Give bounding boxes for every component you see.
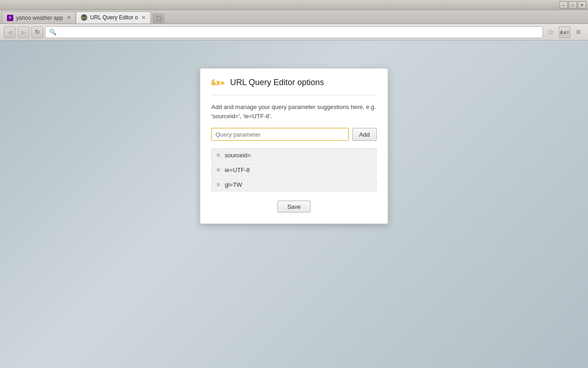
address-input[interactable] bbox=[58, 29, 539, 35]
yahoo-favicon: Y bbox=[7, 15, 13, 21]
param-item[interactable]: ≡ gl=TW bbox=[211, 178, 377, 191]
dialog-divider bbox=[211, 95, 377, 95]
address-search-icon: 🔍 bbox=[49, 29, 57, 35]
drag-icon: ≡ bbox=[216, 181, 220, 188]
bookmark-button[interactable]: ☆ bbox=[545, 26, 557, 38]
param-item[interactable]: ≡ sourceid= bbox=[211, 148, 377, 162]
close-button[interactable]: ✕ bbox=[578, 1, 586, 9]
add-button[interactable]: Add bbox=[352, 128, 377, 141]
query-input[interactable] bbox=[211, 128, 349, 141]
tab-yahoo-close[interactable]: ✕ bbox=[67, 15, 71, 21]
window-controls: ─ □ ✕ bbox=[560, 1, 586, 9]
options-dialog: &x= URL Query Editor options Add and man… bbox=[200, 68, 388, 224]
input-row: Add bbox=[211, 128, 377, 141]
title-bar: ─ □ ✕ bbox=[0, 0, 588, 10]
dialog-description: Add and manage your query parameter sugg… bbox=[211, 103, 377, 121]
reload-icon: ↻ bbox=[35, 29, 40, 35]
new-tab-button[interactable]: □ bbox=[153, 13, 164, 23]
tab-query-close[interactable]: ✕ bbox=[141, 15, 146, 21]
param-label: ie=UTF-8 bbox=[225, 167, 250, 173]
param-label: sourceid= bbox=[225, 152, 251, 159]
browser-window: ─ □ ✕ Y yahoo weather app ✕ &x= URL Quer… bbox=[0, 0, 588, 368]
param-label: gl=TW bbox=[225, 181, 242, 188]
dialog-logo: &x= bbox=[211, 78, 225, 87]
back-button[interactable]: ◀ bbox=[4, 26, 16, 38]
query-favicon: &x= bbox=[81, 14, 87, 21]
dialog-title: URL Query Editor options bbox=[230, 78, 324, 87]
back-icon: ◀ bbox=[7, 29, 12, 36]
star-icon: ☆ bbox=[548, 28, 554, 36]
tab-query-label: URL Query Editor o bbox=[90, 14, 138, 21]
restore-button[interactable]: □ bbox=[569, 1, 577, 9]
extension-button[interactable]: &x= bbox=[559, 26, 571, 38]
save-button[interactable]: Save bbox=[277, 201, 311, 213]
toolbar-right: ☆ &x= ≡ bbox=[545, 26, 584, 38]
forward-icon: ▶ bbox=[21, 29, 26, 36]
forward-button[interactable]: ▶ bbox=[17, 26, 29, 38]
dialog-header: &x= URL Query Editor options bbox=[211, 78, 377, 87]
minimize-button[interactable]: ─ bbox=[560, 1, 568, 9]
page-content: &x= URL Query Editor options Add and man… bbox=[0, 40, 588, 368]
param-list: ≡ sourceid= ≡ ie=UTF-8 ≡ gl=TW bbox=[211, 148, 377, 191]
reload-button[interactable]: ↻ bbox=[31, 26, 43, 38]
tab-yahoo[interactable]: Y yahoo weather app ✕ bbox=[2, 12, 76, 23]
menu-icon: ≡ bbox=[576, 28, 580, 36]
extension-icon: &x= bbox=[560, 29, 570, 35]
tab-query-editor[interactable]: &x= URL Query Editor o ✕ bbox=[76, 12, 151, 23]
drag-icon: ≡ bbox=[216, 151, 220, 159]
menu-button[interactable]: ≡ bbox=[572, 26, 584, 38]
nav-bar: ◀ ▶ ↻ 🔍 ☆ &x= ≡ bbox=[0, 24, 588, 40]
address-bar: 🔍 bbox=[45, 26, 543, 38]
param-item[interactable]: ≡ ie=UTF-8 bbox=[211, 163, 377, 177]
save-row: Save bbox=[211, 201, 377, 213]
drag-icon: ≡ bbox=[216, 166, 220, 173]
tab-yahoo-label: yahoo weather app bbox=[16, 15, 63, 21]
tab-bar: Y yahoo weather app ✕ &x= URL Query Edit… bbox=[0, 10, 588, 24]
